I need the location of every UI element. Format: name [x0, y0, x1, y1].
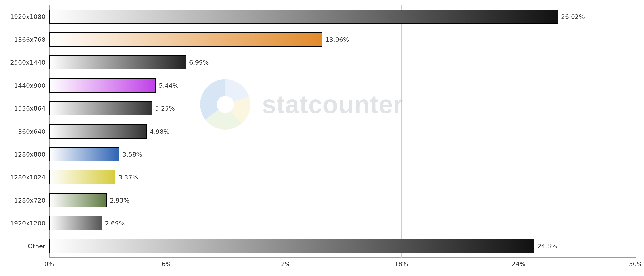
bar-value-label: 2.93%: [106, 197, 129, 204]
bar-value-label: 3.58%: [119, 151, 142, 158]
x-tick-label: 6%: [162, 260, 172, 268]
x-tick-label: 12%: [277, 260, 291, 268]
y-tick-label: 2560x1440: [10, 59, 45, 66]
bar[interactable]: 2.93%: [49, 193, 107, 207]
x-tick-label: 0%: [45, 260, 54, 268]
x-tick-label: 18%: [394, 260, 408, 268]
plot-area: 0%6%12%18%24%30%1920x108026.02%1366x7681…: [49, 5, 636, 258]
gridline: [401, 5, 402, 258]
gridline: [636, 5, 636, 258]
bar-value-label: 6.99%: [186, 59, 209, 66]
bar-value-label: 26.02%: [558, 13, 585, 20]
bar-value-label: 5.44%: [155, 82, 178, 89]
y-tick-label: Other: [28, 243, 45, 250]
bar[interactable]: 5.44%: [49, 78, 156, 93]
x-axis: [49, 257, 636, 258]
bar[interactable]: 5.25%: [49, 101, 152, 115]
bar[interactable]: 3.58%: [49, 147, 119, 161]
bar-value-label: 5.25%: [152, 105, 175, 112]
bar-chart: statcounter 0%6%12%18%24%30%1920x108026.…: [0, 0, 644, 276]
y-tick-label: 360x640: [18, 128, 45, 135]
bar-value-label: 3.37%: [115, 174, 138, 181]
y-tick-label: 1280x1024: [10, 174, 45, 181]
y-tick-label: 1366x768: [14, 36, 45, 43]
x-tick-label: 30%: [629, 260, 643, 268]
y-tick-label: 1280x800: [14, 151, 45, 158]
bar[interactable]: 26.02%: [49, 10, 558, 24]
y-tick-label: 1440x900: [14, 82, 45, 89]
bar-value-label: 4.98%: [146, 128, 169, 135]
bar[interactable]: 24.8%: [49, 239, 534, 253]
bar[interactable]: 2.69%: [49, 216, 102, 230]
bar[interactable]: 13.96%: [49, 32, 322, 47]
y-tick-label: 1280x720: [14, 197, 45, 204]
bar-value-label: 2.69%: [102, 220, 125, 227]
x-tick-label: 24%: [512, 260, 526, 268]
y-tick-label: 1536x864: [14, 105, 45, 112]
bar[interactable]: 4.98%: [49, 124, 147, 139]
gridline: [519, 5, 519, 258]
y-tick-label: 1920x1080: [10, 13, 45, 20]
y-tick-label: 1920x1200: [10, 220, 45, 227]
bar-value-label: 24.8%: [534, 243, 557, 250]
bar-value-label: 13.96%: [322, 36, 349, 43]
bar[interactable]: 3.37%: [49, 170, 115, 184]
bar[interactable]: 6.99%: [49, 55, 186, 69]
